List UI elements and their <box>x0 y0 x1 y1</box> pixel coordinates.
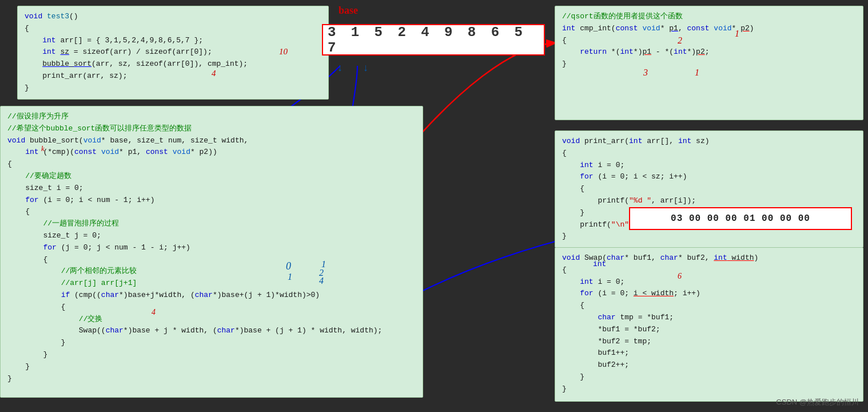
watermark: CSDN @热爱跑步的恒川 <box>776 397 859 407</box>
annotation-4-sort: 4 <box>212 69 216 78</box>
annotation-k: k <box>41 144 45 153</box>
annotation-4-width: 4 <box>152 308 156 317</box>
annotation-4-j: 4 <box>319 276 324 286</box>
annotation-1-p2: 1 <box>735 29 739 39</box>
annotation-blue-arr2: ↓ <box>363 62 368 74</box>
bottom-left-panel: //假设排序为升序 //希望这个bubble_sort函数可以排序任意类型的数据… <box>0 106 423 398</box>
bottom-left-code: //假设排序为升序 //希望这个bubble_sort函数可以排序任意类型的数据… <box>7 111 416 385</box>
array-value: 3 1 5 2 4 9 8 6 5 7 <box>328 25 539 56</box>
bottom-right-panel: void Swap(char* buf1, char* buf2, int wi… <box>555 247 863 402</box>
bottom-right-code: void Swap(char* buf1, char* buf2, int wi… <box>562 252 856 395</box>
array-display: 3 1 5 2 4 9 8 6 5 7 <box>322 24 545 56</box>
annotation-1-j: 1 <box>288 272 292 282</box>
annotation-2: 2 <box>678 35 682 46</box>
annotation-0-j: 0 <box>286 260 291 272</box>
base-label: base <box>339 5 358 17</box>
top-right-code: //qsort函数的使用者提供这个函数 int cmp_int(const vo… <box>562 11 856 70</box>
annotation-blue-arr1: ↓ <box>337 62 343 74</box>
annotation-6-width: 6 <box>678 272 682 281</box>
int-keyword-detected: int <box>593 260 606 268</box>
annotation-1-ret: 1 <box>695 68 699 78</box>
annotation-3: 3 <box>643 68 648 78</box>
mid-right-panel: void print_arr(int arr[], int sz) { int … <box>555 130 863 248</box>
top-left-code: void test3() { int arr[] = { 3,1,5,2,4,9… <box>25 11 321 94</box>
hex-value: 03 00 00 00 01 00 00 00 <box>671 213 810 224</box>
hex-display: 03 00 00 00 01 00 00 00 <box>629 207 852 230</box>
annotation-10: 10 <box>279 47 288 57</box>
top-right-panel: //qsort函数的使用者提供这个函数 int cmp_int(const vo… <box>555 6 863 120</box>
